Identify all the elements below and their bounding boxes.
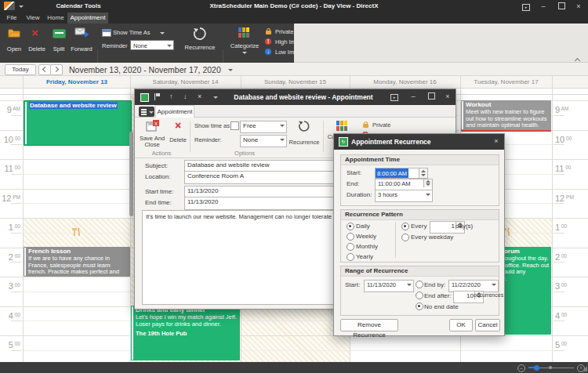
radio-weekly[interactable] (347, 233, 354, 241)
radio-end-after[interactable] (416, 292, 423, 299)
dialog-recurrence-button[interactable]: Recurrence (287, 119, 321, 155)
recurrence-dialog: ↻ Appointment Recurrence × Appointment T… (333, 133, 505, 336)
categorize-button[interactable]: Categorize (229, 27, 260, 58)
column-header-3[interactable]: Sunday, November 15 (241, 76, 350, 89)
recurrence-button[interactable]: Recurrence (182, 27, 218, 55)
column-divider (23, 76, 24, 95)
ruler-hour-label: 2 00 (555, 249, 586, 263)
dialog-tab-appointment[interactable]: Appointment (155, 105, 194, 118)
forward-envelope-icon (74, 27, 89, 38)
show-time-as-label: Show time as: (194, 122, 231, 129)
categorize-grid-icon (238, 27, 249, 38)
split-button[interactable]: Split (49, 26, 69, 54)
vertical-scrollbar-thumb[interactable] (129, 132, 133, 216)
appointment-icon[interactable] (140, 93, 149, 102)
radio-monthly[interactable] (347, 243, 354, 251)
minimize-icon[interactable]: – (538, 2, 549, 10)
next-day-button[interactable] (50, 64, 63, 75)
column-divider (460, 76, 461, 95)
recur-start-spinner[interactable] (419, 168, 427, 178)
ribbon: Open × Delete Split Forward Actions Show… (0, 24, 294, 63)
range-start-combobox[interactable]: 11/13/2020 (364, 280, 414, 292)
appointment-french-lesson[interactable]: French lesson If we are to have any chan… (24, 247, 130, 277)
radio-no-end-date[interactable] (416, 302, 423, 310)
maximize-icon[interactable] (556, 2, 567, 10)
end-time-label: End time: (145, 199, 172, 206)
lunch-utensils-icon (72, 227, 82, 237)
ribbon-collapse-chevron-icon[interactable] (575, 52, 582, 58)
zoom-out-icon[interactable]: – (517, 364, 525, 372)
column-header-4[interactable]: Monday, November 16 (350, 76, 460, 89)
column-header-2[interactable]: Saturday, November 14 (130, 76, 241, 89)
show-time-as-combobox[interactable]: Free (240, 121, 287, 133)
flag-icon[interactable] (154, 93, 161, 100)
appointment-workout[interactable]: Workout Meet with new trainer to figure … (461, 100, 551, 132)
hamburger-icon (141, 109, 147, 110)
close-icon[interactable]: × (573, 2, 584, 10)
dialog-close-icon[interactable]: × (442, 92, 453, 100)
recur-end-spinner[interactable] (423, 179, 432, 187)
tab-view[interactable]: View (22, 13, 44, 24)
duration-combobox[interactable]: 3 hours (375, 190, 433, 202)
prev-day-button[interactable] (38, 64, 51, 75)
ok-button[interactable]: OK (449, 319, 473, 331)
ribbon-options-icon[interactable]: ▸ (521, 2, 532, 10)
remove-recurrence-button[interactable]: Remove Recurrence (340, 319, 398, 331)
tab-file[interactable]: File (2, 13, 22, 24)
tab-appointment[interactable]: Appointment (67, 13, 108, 24)
forward-button[interactable]: Forward (69, 26, 94, 54)
range-start-caret-icon (407, 284, 412, 286)
date-range-label[interactable]: November 13, 2020 - November 17, 2020 (69, 65, 228, 74)
zoom-slider[interactable] (528, 368, 574, 368)
recurrence-icon (193, 27, 207, 41)
ruler-hour-label: 12 PM (555, 190, 586, 205)
cancel-button[interactable]: Cancel (475, 319, 500, 331)
radio-every-weekday[interactable] (401, 234, 409, 241)
dialog-maximize-icon[interactable] (426, 92, 437, 100)
column-header-1[interactable]: Friday, November 13 (24, 76, 130, 89)
range-start-label: Start: (345, 281, 360, 288)
dialog-private-button[interactable]: Private (362, 121, 433, 129)
app-logo-icon[interactable] (4, 2, 15, 10)
open-button[interactable]: Open (3, 26, 25, 54)
zoom-slider-thumb[interactable] (534, 365, 539, 371)
recurrence-dialog-titlebar[interactable]: ↻ Appointment Recurrence × (334, 134, 504, 150)
reminder-combobox[interactable]: None (130, 40, 174, 50)
ruler-hour-label: 3 00 (2, 278, 20, 292)
file-menu-button[interactable] (139, 107, 154, 117)
recur-start-label: Start: (347, 169, 361, 176)
move-up-icon[interactable]: ↑ (169, 92, 173, 100)
window-title: XtraScheduler Main Demo (C# code) - Day … (157, 2, 431, 9)
gridline (552, 95, 553, 362)
dialog-minimize-icon[interactable]: – (408, 92, 419, 100)
qat-close-icon[interactable]: × (198, 92, 201, 100)
gridline (24, 350, 552, 351)
show-time-as-button[interactable]: Show Time As (102, 28, 172, 38)
low-importance-icon: ↓ (265, 49, 271, 55)
ruler-hour-label: 4 00 (555, 308, 586, 322)
dialog-ribbon-options-icon[interactable]: ▸ (389, 92, 400, 100)
column-header-5[interactable]: Tuesday, November 17 (460, 76, 552, 89)
qat-caret-icon[interactable] (213, 96, 218, 99)
move-down-icon[interactable]: ↓ (183, 92, 187, 100)
appointment-dialog-titlebar[interactable]: ↑ ↓ × Database and website review - Appo… (135, 89, 456, 105)
radio-every-n-days[interactable] (401, 223, 409, 230)
ruler-hour-label: 11 00 (555, 161, 586, 175)
dialog-reminder-combobox[interactable]: None (240, 135, 287, 147)
categorize-grid-icon (336, 121, 347, 131)
radio-end-by[interactable] (416, 281, 423, 288)
appointment-database-review[interactable]: Database and website review (24, 100, 132, 146)
application-window: Calendar Tools XtraScheduler Main Demo (… (0, 0, 588, 373)
tab-home[interactable]: Home (44, 13, 67, 24)
resize-grip-icon[interactable] (582, 366, 587, 371)
dialog-reminder-label: Reminder: (194, 136, 222, 143)
recur-start-field[interactable]: 8:00:00 AM (375, 168, 428, 179)
ruler-hour-label: 5 00 (555, 337, 586, 351)
radio-yearly[interactable] (347, 253, 354, 261)
today-button[interactable]: Today (5, 64, 36, 75)
radio-daily[interactable] (347, 223, 354, 230)
appointment-drinks-dinner[interactable]: Drinks and early dinner Let's hope I win… (131, 306, 240, 360)
delete-x-icon: × (31, 26, 38, 39)
recurrence-close-icon[interactable]: × (491, 137, 502, 145)
delete-button[interactable]: × Delete (26, 26, 48, 54)
